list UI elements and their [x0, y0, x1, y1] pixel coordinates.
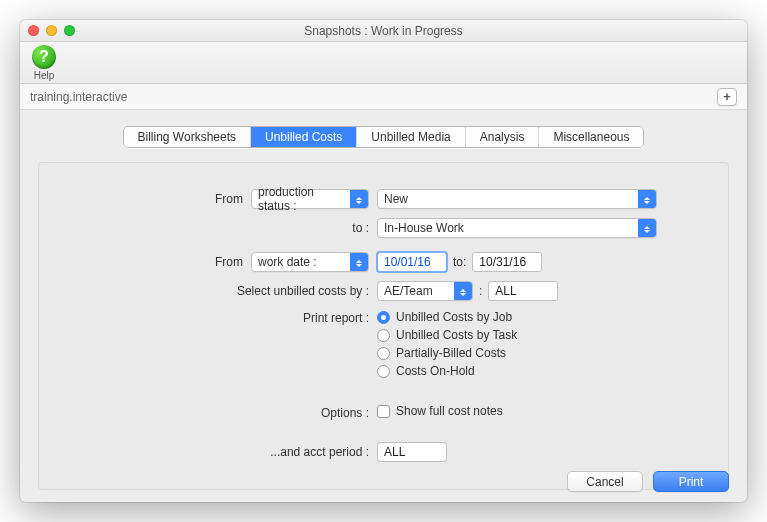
costs-by-sep: :: [473, 284, 488, 298]
radio-opt-0[interactable]: Unbilled Costs by Job: [377, 310, 517, 324]
radio-icon: [377, 329, 390, 342]
checkbox-label: Show full cost notes: [396, 404, 503, 418]
date-to-value: 10/31/16: [479, 255, 526, 269]
print-options: Unbilled Costs by Job Unbilled Costs by …: [377, 310, 517, 382]
radio-opt-2[interactable]: Partially-Billed Costs: [377, 346, 517, 360]
minimize-icon[interactable]: [46, 25, 57, 36]
footer-buttons: Cancel Print: [567, 471, 729, 492]
chevron-updown-icon: [350, 253, 368, 271]
date-from-input[interactable]: 10/01/16: [377, 252, 447, 272]
toolbar: ? Help: [20, 42, 747, 84]
add-button[interactable]: +: [717, 88, 737, 106]
radio-icon: [377, 347, 390, 360]
status-from-select[interactable]: New: [377, 189, 657, 209]
date-to-label: to:: [447, 255, 472, 269]
radio-label: Unbilled Costs by Task: [396, 328, 517, 342]
costs-by-select[interactable]: AE/Team: [377, 281, 473, 301]
chevron-updown-icon: [454, 282, 472, 300]
context-label: training.interactive: [30, 90, 127, 104]
tab-billing-worksheets[interactable]: Billing Worksheets: [124, 127, 251, 147]
form-panel: From production status : New to : In-Hou…: [38, 162, 729, 490]
radio-label: Costs On-Hold: [396, 364, 475, 378]
cancel-button[interactable]: Cancel: [567, 471, 643, 492]
from2-field-value: work date :: [258, 255, 317, 269]
from2-label: From: [83, 255, 251, 269]
radio-opt-3[interactable]: Costs On-Hold: [377, 364, 517, 378]
tab-miscellaneous[interactable]: Miscellaneous: [539, 127, 643, 147]
date-from-value: 10/01/16: [384, 255, 431, 269]
status-to-select[interactable]: In-House Work: [377, 218, 657, 238]
from-field-value: production status :: [258, 185, 346, 213]
chevron-updown-icon: [638, 190, 656, 208]
tab-analysis[interactable]: Analysis: [466, 127, 540, 147]
tab-bar: Billing Worksheets Unbilled Costs Unbill…: [38, 126, 729, 148]
chevron-updown-icon: [350, 190, 368, 208]
radio-label: Unbilled Costs by Job: [396, 310, 512, 324]
to-label: to :: [83, 221, 377, 235]
date-to-input[interactable]: 10/31/16: [472, 252, 542, 272]
radio-opt-1[interactable]: Unbilled Costs by Task: [377, 328, 517, 342]
close-icon[interactable]: [28, 25, 39, 36]
options-label: Options :: [83, 406, 377, 420]
subheader: training.interactive +: [20, 84, 747, 110]
content: Billing Worksheets Unbilled Costs Unbill…: [20, 110, 747, 502]
checkbox-icon: [377, 405, 390, 418]
help-button[interactable]: ? Help: [32, 45, 56, 81]
acct-period-input[interactable]: ALL: [377, 442, 447, 462]
tab-unbilled-costs[interactable]: Unbilled Costs: [251, 127, 357, 147]
radio-icon: [377, 365, 390, 378]
status-to-value: In-House Work: [384, 221, 464, 235]
costs-by-input[interactable]: ALL: [488, 281, 558, 301]
costs-by-input-value: ALL: [495, 284, 516, 298]
titlebar: Snapshots : Work in Progress: [20, 20, 747, 42]
window: Snapshots : Work in Progress ? Help trai…: [20, 20, 747, 502]
print-report-label: Print report :: [83, 310, 377, 325]
print-button[interactable]: Print: [653, 471, 729, 492]
help-icon: ?: [32, 45, 56, 69]
radio-icon: [377, 311, 390, 324]
traffic-lights: [28, 25, 75, 36]
tab-unbilled-media[interactable]: Unbilled Media: [357, 127, 465, 147]
help-label: Help: [34, 70, 55, 81]
option-full-notes[interactable]: Show full cost notes: [377, 404, 503, 418]
chevron-updown-icon: [638, 219, 656, 237]
acct-period-label: ...and acct period :: [83, 445, 377, 459]
radio-label: Partially-Billed Costs: [396, 346, 506, 360]
tabs: Billing Worksheets Unbilled Costs Unbill…: [123, 126, 645, 148]
costs-by-value: AE/Team: [384, 284, 433, 298]
from2-field-select[interactable]: work date :: [251, 252, 369, 272]
window-title: Snapshots : Work in Progress: [28, 24, 739, 38]
from-label: From: [83, 192, 251, 206]
acct-period-value: ALL: [384, 445, 405, 459]
from-field-select[interactable]: production status :: [251, 189, 369, 209]
status-from-value: New: [384, 192, 408, 206]
costs-by-label: Select unbilled costs by :: [83, 284, 377, 298]
zoom-icon[interactable]: [64, 25, 75, 36]
